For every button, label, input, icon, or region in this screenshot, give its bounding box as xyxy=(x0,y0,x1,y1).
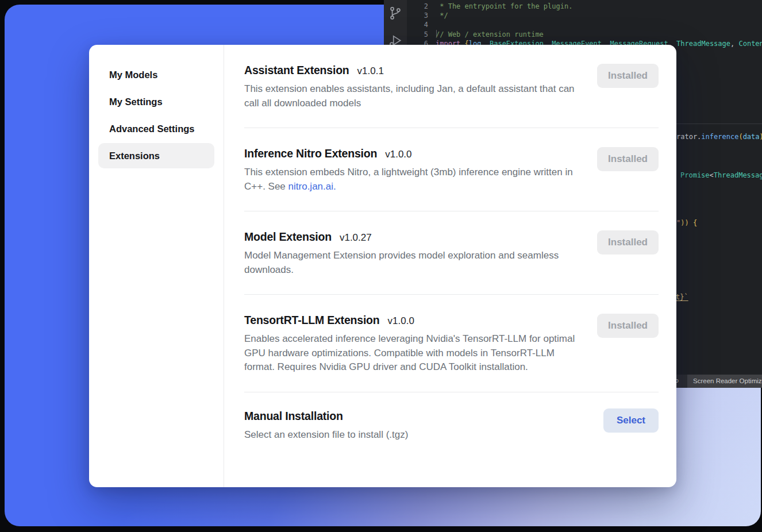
extension-header: Model Extension v1.0.27 xyxy=(244,230,659,244)
extension-row: Assistant Extension v1.0.1 This extensio… xyxy=(244,45,659,128)
sidebar-item-label: My Settings xyxy=(109,97,163,107)
extension-name: Assistant Extension xyxy=(244,64,349,77)
extension-version: v1.0.0 xyxy=(388,315,414,327)
installed-button[interactable]: Installed xyxy=(597,230,659,255)
extension-header: Manual Installation xyxy=(244,410,659,423)
code-fragment: rator.inference(data)); xyxy=(676,133,762,141)
extension-row: Inference Nitro Extension v1.0.0 This ex… xyxy=(244,128,659,211)
source-control-icon[interactable] xyxy=(388,6,403,21)
settings-sidebar: My Models My Settings Advanced Settings … xyxy=(89,45,224,487)
extensions-list: Assistant Extension v1.0.1 This extensio… xyxy=(224,45,676,487)
extension-row: Model Extension v1.0.27 Model Management… xyxy=(244,211,659,295)
sidebar-item-label: My Models xyxy=(109,70,157,80)
installed-button[interactable]: Installed xyxy=(597,64,659,88)
extension-description: This extension embeds Nitro, a lightweig… xyxy=(244,165,576,194)
screen-reader-status[interactable]: Screen Reader Optimized xyxy=(687,375,762,388)
screenshot-canvas: 2 * The entrypoint for the plugin.3 */45… xyxy=(0,0,762,532)
line-number: 5 xyxy=(407,30,428,39)
extension-name: Manual Installation xyxy=(244,410,343,423)
code-fragment: ")) { xyxy=(676,219,697,227)
sidebar-item-advanced-settings[interactable]: Advanced Settings xyxy=(98,116,214,141)
code-line: 5// Web / extension runtime xyxy=(407,30,762,39)
extension-row: TensortRT-LLM Extension v1.0.0 Enables a… xyxy=(244,295,659,392)
extension-description: Model Management Extension provides mode… xyxy=(244,249,576,277)
line-number: 2 xyxy=(407,2,428,11)
code-line: 4 xyxy=(407,20,762,29)
sidebar-item-my-settings[interactable]: My Settings xyxy=(98,89,214,114)
code-fragment: Promise<ThreadMessage> xyxy=(680,171,762,179)
extension-description: Select an extension file to install (.tg… xyxy=(244,428,576,442)
extension-row: Manual Installation Select an extension … xyxy=(244,392,659,460)
line-number: 4 xyxy=(407,20,428,29)
extension-description: This extension enables assistants, inclu… xyxy=(244,82,576,110)
installed-button[interactable]: Installed xyxy=(597,314,659,338)
sidebar-item-extensions[interactable]: Extensions xyxy=(98,143,214,168)
settings-modal: My Models My Settings Advanced Settings … xyxy=(89,45,676,487)
installed-button[interactable]: Installed xyxy=(597,147,659,171)
extension-version: v1.0.1 xyxy=(357,65,384,77)
extension-version: v1.0.27 xyxy=(340,232,372,244)
extension-version: v1.0.0 xyxy=(385,149,411,160)
select-button[interactable]: Select xyxy=(603,408,659,433)
extension-header: TensortRT-LLM Extension v1.0.0 xyxy=(244,314,659,327)
text-cursor xyxy=(436,30,437,37)
code-line: 3 */ xyxy=(407,11,762,20)
extension-header: Inference Nitro Extension v1.0.0 xyxy=(244,147,659,160)
code-fragment: t}` xyxy=(676,293,688,301)
code-line: 2 * The entrypoint for the plugin. xyxy=(407,2,762,11)
line-number: 3 xyxy=(407,11,428,20)
extension-name: Inference Nitro Extension xyxy=(244,147,377,160)
extension-name: Model Extension xyxy=(244,230,332,244)
sidebar-item-label: Advanced Settings xyxy=(109,124,195,134)
nitro-link[interactable]: nitro.jan.ai. xyxy=(288,181,336,192)
extension-description: Enables accelerated inference leveraging… xyxy=(244,332,576,375)
extension-header: Assistant Extension v1.0.1 xyxy=(244,64,659,77)
extension-name: TensortRT-LLM Extension xyxy=(244,314,380,327)
sidebar-item-my-models[interactable]: My Models xyxy=(98,62,214,87)
sidebar-item-label: Extensions xyxy=(109,151,160,161)
